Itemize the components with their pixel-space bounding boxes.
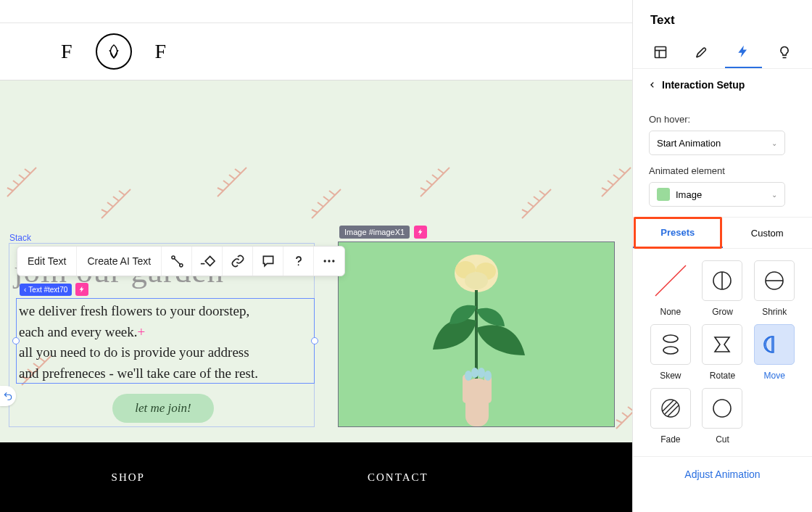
svg-rect-14: [205, 257, 215, 266]
text-context-toolbar: Edit Text Create AI Text: [17, 246, 345, 276]
svg-point-12: [172, 256, 175, 259]
image-badge[interactable]: Image #imageX1: [339, 226, 410, 239]
interaction-bolt-icon[interactable]: [414, 226, 427, 239]
brand-letter-right: F: [155, 40, 167, 63]
svg-point-15: [297, 264, 299, 265]
panel-title: Text: [633, 0, 812, 36]
stack-label[interactable]: Stack: [9, 233, 31, 243]
svg-point-33: [713, 400, 731, 417]
resize-handle-right[interactable]: [311, 337, 318, 344]
insertion-caret-icon: +: [138, 324, 146, 339]
inspector-panel: Text Interaction Setup On hover: Start A…: [632, 0, 812, 512]
preset-rotate[interactable]: Rotate: [700, 324, 746, 381]
back-interaction-setup[interactable]: Interaction Setup: [649, 79, 812, 98]
chevron-down-icon: ⌄: [771, 139, 777, 147]
svg-point-16: [324, 260, 326, 262]
create-ai-text-button[interactable]: Create AI Text: [77, 247, 162, 276]
preset-shrink[interactable]: Shrink: [751, 260, 798, 317]
footer-link-shop[interactable]: SHOP: [112, 471, 145, 484]
tab-layout-icon[interactable]: [642, 36, 679, 68]
link-icon[interactable]: [223, 247, 253, 276]
cta-button[interactable]: let me join!: [112, 394, 214, 423]
preset-grow[interactable]: Grow: [700, 260, 746, 317]
text-badge-label: Text #text70: [28, 286, 67, 294]
preset-fade-label: Fade: [660, 434, 680, 445]
on-hover-value: Start Animation: [657, 138, 721, 149]
element-thumbnail-icon: [657, 188, 670, 201]
preset-grid: None Grow Shrink Skew Rotate Move Fade: [633, 249, 812, 456]
preset-skew[interactable]: Skew: [647, 324, 694, 381]
preset-grow-label: Grow: [712, 307, 733, 317]
brand-letter-left: F: [61, 40, 72, 63]
preset-shrink-label: Shrink: [762, 307, 787, 317]
brand-block: F F: [61, 33, 166, 70]
selected-text-block[interactable]: we deliver fresh flowers to your doorste…: [16, 298, 315, 384]
on-hover-label: On hover:: [649, 114, 812, 125]
more-options-icon[interactable]: [314, 247, 344, 276]
motion-path-icon[interactable]: [192, 247, 223, 276]
anchor-tool-icon[interactable]: [162, 247, 192, 276]
svg-line-22: [655, 265, 686, 296]
panel-main-tabs: [633, 36, 812, 69]
preset-rotate-label: Rotate: [710, 371, 735, 381]
image-element-tag[interactable]: Image #imageX1: [339, 226, 427, 239]
back-label: Interaction Setup: [662, 79, 745, 91]
preset-cut[interactable]: Cut: [700, 388, 746, 445]
resize-handle-left[interactable]: [12, 337, 20, 344]
animated-element-value: Image: [676, 189, 702, 200]
svg-point-13: [179, 264, 182, 267]
svg-line-30: [665, 402, 676, 414]
svg-point-11: [484, 371, 492, 381]
preset-fade[interactable]: Fade: [647, 388, 694, 445]
body-line-1: we deliver fresh flowers to your doorste…: [19, 301, 312, 322]
svg-point-17: [328, 260, 330, 262]
preset-skew-label: Skew: [660, 371, 681, 381]
adjust-animation-button[interactable]: Adjust Animation: [633, 456, 812, 492]
subtab-presets[interactable]: Presets: [633, 218, 723, 248]
svg-point-9: [471, 368, 478, 378]
preset-none[interactable]: None: [647, 260, 694, 317]
svg-point-10: [478, 368, 485, 378]
svg-point-27: [663, 335, 678, 342]
interaction-bolt-icon[interactable]: [75, 283, 88, 296]
preset-subtabs: Presets Custom: [633, 218, 812, 249]
body-line-4: and prefreneces - we'll take care of the…: [19, 363, 312, 384]
hero-image[interactable]: [338, 241, 615, 427]
animated-element-select[interactable]: Image ⌄: [649, 182, 785, 207]
body-line-3: all you need to do is provide your addre…: [19, 342, 312, 363]
edit-text-button[interactable]: Edit Text: [17, 247, 77, 276]
comment-icon[interactable]: [253, 247, 283, 276]
on-hover-select[interactable]: Start Animation ⌄: [649, 131, 785, 155]
text-element-tag[interactable]: ‹ Text #text70: [20, 283, 88, 296]
svg-point-28: [663, 347, 678, 354]
body-line-2: each and every week.: [19, 324, 138, 339]
preset-move-label: Move: [763, 371, 784, 381]
svg-point-18: [332, 260, 334, 262]
footer-link-contact[interactable]: CONTACT: [368, 471, 428, 484]
subtab-custom[interactable]: Custom: [723, 218, 813, 248]
preset-cut-label: Cut: [716, 434, 729, 445]
brand-logo-icon: [96, 33, 132, 70]
tab-design-icon[interactable]: [683, 36, 720, 68]
tab-ideas-icon[interactable]: [766, 36, 803, 68]
help-icon[interactable]: [283, 247, 314, 276]
svg-rect-19: [655, 47, 666, 58]
chevron-down-icon: ⌄: [771, 191, 777, 199]
svg-point-3: [465, 272, 488, 289]
tab-interactions-icon[interactable]: [725, 36, 762, 68]
preset-move[interactable]: Move: [751, 324, 798, 381]
preset-none-label: None: [660, 307, 681, 317]
svg-point-8: [465, 371, 472, 381]
animated-element-label: Animated element: [649, 165, 812, 176]
text-badge[interactable]: ‹ Text #text70: [20, 284, 72, 296]
